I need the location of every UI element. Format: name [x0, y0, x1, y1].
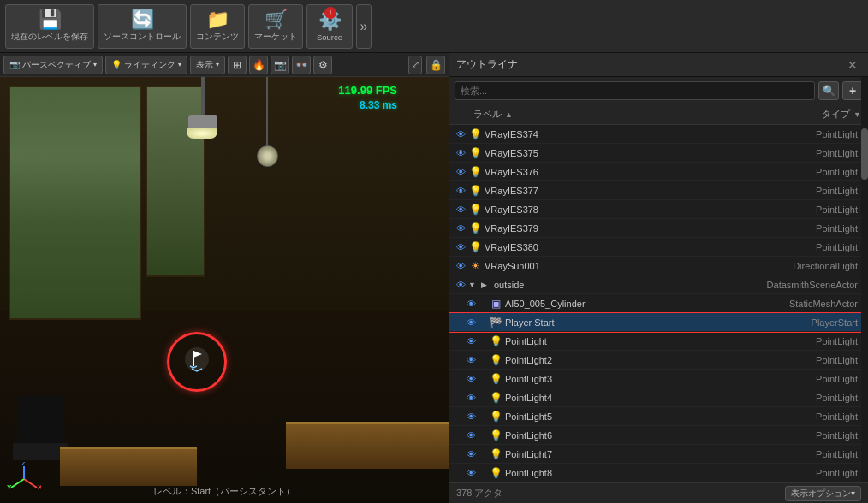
outliner-row-PointLight8[interactable]: 👁💡PointLight8PointLight: [449, 464, 868, 482]
visibility-eye-icon[interactable]: 👁: [453, 240, 468, 255]
viewport-expand-button[interactable]: ⤢: [408, 56, 422, 74]
player-start-marker[interactable]: [167, 332, 227, 392]
perspective-label: パースペクティブ: [22, 59, 91, 71]
outliner-row-PointLight7[interactable]: 👁💡PointLight7PointLight: [449, 445, 868, 464]
item-name: VRayIES378: [485, 204, 745, 215]
outliner-row-PointLight6[interactable]: 👁💡PointLight6PointLight: [449, 426, 868, 445]
label-sort-icon: ▲: [505, 110, 513, 119]
item-name: PointLight3: [505, 374, 745, 384]
item-name: VRayIES374: [485, 129, 745, 139]
visibility-eye-icon[interactable]: 👁: [453, 145, 468, 161]
lighting-button[interactable]: 💡 ライティング ▾: [105, 56, 187, 74]
outliner-row-PointLight4[interactable]: 👁💡PointLight4PointLight: [449, 388, 868, 407]
item-name: VRayIES379: [485, 223, 745, 234]
col-type-header[interactable]: タイプ ▼: [745, 108, 865, 121]
outliner-row-VRayIES376[interactable]: 👁💡VRayIES376PointLight: [449, 163, 868, 181]
fps-counter: 119.99 FPS 8.33 ms: [338, 84, 397, 113]
camera-button[interactable]: 📷: [271, 56, 289, 74]
visibility-eye-icon[interactable]: 👁: [463, 296, 479, 311]
visibility-eye-icon[interactable]: 👁: [453, 277, 468, 293]
outliner-row-outside[interactable]: 👁▼▶outsideDatasmithSceneActor: [449, 275, 868, 294]
visibility-eye-icon[interactable]: 👁: [463, 334, 479, 349]
toolbar-expand-button[interactable]: »: [356, 4, 372, 49]
outliner-row-VRayIES379[interactable]: 👁💡VRayIES379PointLight: [449, 219, 868, 238]
visibility-eye-icon[interactable]: 👁: [463, 390, 479, 405]
outliner-row-PointLight3[interactable]: 👁💡PointLight3PointLight: [449, 370, 868, 388]
item-type-label: PlayerStart: [745, 317, 865, 328]
player-start-icon: [181, 344, 212, 380]
visibility-eye-icon[interactable]: 👁: [453, 221, 468, 236]
outliner-row-PointLight2[interactable]: 👁💡PointLight2PointLight: [449, 351, 868, 370]
item-name: PointLight: [505, 336, 745, 346]
item-name: PointLight5: [505, 411, 745, 422]
visibility-eye-icon[interactable]: 👁: [453, 127, 468, 142]
save-button[interactable]: 💾 現在のレベルを保存: [5, 4, 94, 49]
item-type-icon: 💡: [468, 127, 482, 141]
item-type-label: PointLight: [745, 204, 865, 215]
item-type-label: PointLight: [745, 355, 865, 365]
outliner-row-AI50_005_Cylinder[interactable]: 👁▣AI50_005_CylinderStaticMeshActor: [449, 294, 868, 313]
outliner-row-VRayIES377[interactable]: 👁💡VRayIES377PointLight: [449, 181, 868, 200]
outliner-row-VRayIES380[interactable]: 👁💡VRayIES380PointLight: [449, 238, 868, 257]
vr-button[interactable]: 👓: [292, 56, 311, 74]
search-button[interactable]: 🔍: [818, 81, 839, 100]
outliner-row-PointLight[interactable]: 👁💡PointLightPointLight: [449, 332, 868, 351]
fps-value: 119.99 FPS: [338, 84, 397, 97]
item-type-label: PointLight: [745, 411, 865, 422]
visibility-eye-icon[interactable]: 👁: [453, 258, 468, 274]
source-control-button[interactable]: 🔄 ソースコントロール: [98, 4, 187, 49]
desk-center: [60, 447, 197, 486]
desk-right: [286, 422, 449, 469]
visibility-eye-icon[interactable]: 👁: [453, 183, 468, 198]
perspective-chevron-icon: ▾: [93, 61, 97, 68]
viewport-panel: 📷 パースペクティブ ▾ 💡 ライティング ▾ 表示 ▾ ⊞ 🔥: [0, 53, 449, 503]
perspective-button[interactable]: 📷 パースペクティブ ▾: [3, 56, 103, 74]
item-name: outside: [494, 280, 745, 290]
visibility-eye-icon[interactable]: 👁: [463, 315, 479, 330]
visibility-eye-icon[interactable]: 👁: [463, 428, 479, 443]
lock-icon: 🔒: [430, 59, 443, 71]
outliner-row-VRayIES374[interactable]: 👁💡VRayIES374PointLight: [449, 125, 868, 144]
item-type-label: PointLight: [745, 374, 865, 384]
col-label-header[interactable]: ラベル ▲: [453, 108, 745, 121]
outliner-row-PointLight5[interactable]: 👁💡PointLight5PointLight: [449, 407, 868, 426]
item-type-label: PointLight: [745, 129, 865, 139]
settings-button[interactable]: ⚙: [313, 56, 332, 74]
add-icon: +: [849, 84, 856, 98]
source-label: Source: [317, 33, 342, 42]
outliner-row-VRayIES378[interactable]: 👁💡VRayIES378PointLight: [449, 200, 868, 219]
market-button[interactable]: 🛒 マーケット: [248, 4, 303, 49]
outliner-row-VRaySun001[interactable]: 👁☀VRaySun001DirectionalLight: [449, 257, 868, 275]
viewport-scene[interactable]: 119.99 FPS 8.33 ms: [0, 77, 449, 503]
outliner-list[interactable]: 👁💡VRayIES374PointLight👁💡VRayIES375PointL…: [449, 125, 868, 482]
outliner-close-button[interactable]: ✕: [844, 58, 861, 72]
search-input[interactable]: [455, 81, 815, 100]
grid-button[interactable]: ⊞: [228, 56, 247, 74]
outliner-row-VRayIES375[interactable]: 👁💡VRayIES375PointLight: [449, 144, 868, 163]
visibility-eye-icon[interactable]: 👁: [463, 447, 479, 462]
svg-text:Y: Y: [7, 483, 12, 491]
visibility-eye-icon[interactable]: 👁: [453, 164, 468, 180]
content-button[interactable]: 📁 コンテンツ: [190, 4, 245, 49]
item-type-icon: 💡: [489, 372, 502, 386]
add-actor-button[interactable]: +: [842, 81, 863, 100]
visibility-eye-icon[interactable]: 👁: [463, 465, 479, 481]
item-type-label: PointLight: [745, 336, 865, 346]
snap-button[interactable]: 🔥: [249, 56, 268, 74]
outliner-scrollbar-thumb[interactable]: [861, 128, 868, 180]
show-button[interactable]: 表示 ▾: [190, 56, 225, 74]
expand-arrow-icon[interactable]: ▼: [468, 281, 476, 289]
source-button[interactable]: ⚙️ Source !: [306, 4, 353, 49]
view-options-button[interactable]: 表示オプション▾: [785, 486, 861, 501]
window-secondary: [146, 86, 205, 277]
visibility-eye-icon[interactable]: 👁: [453, 202, 468, 217]
pendant-cord: [266, 77, 268, 145]
outliner-scrollbar[interactable]: [861, 77, 868, 482]
axis-indicator: X Y Z: [7, 462, 41, 496]
visibility-eye-icon[interactable]: 👁: [463, 409, 479, 424]
visibility-eye-icon[interactable]: 👁: [463, 371, 479, 387]
visibility-eye-icon[interactable]: 👁: [463, 352, 479, 368]
outliner-row-Player-Start[interactable]: 👁🏁Player StartPlayerStart: [449, 313, 868, 332]
lock-button[interactable]: 🔒: [426, 56, 445, 74]
item-type-icon: ▣: [489, 297, 502, 311]
